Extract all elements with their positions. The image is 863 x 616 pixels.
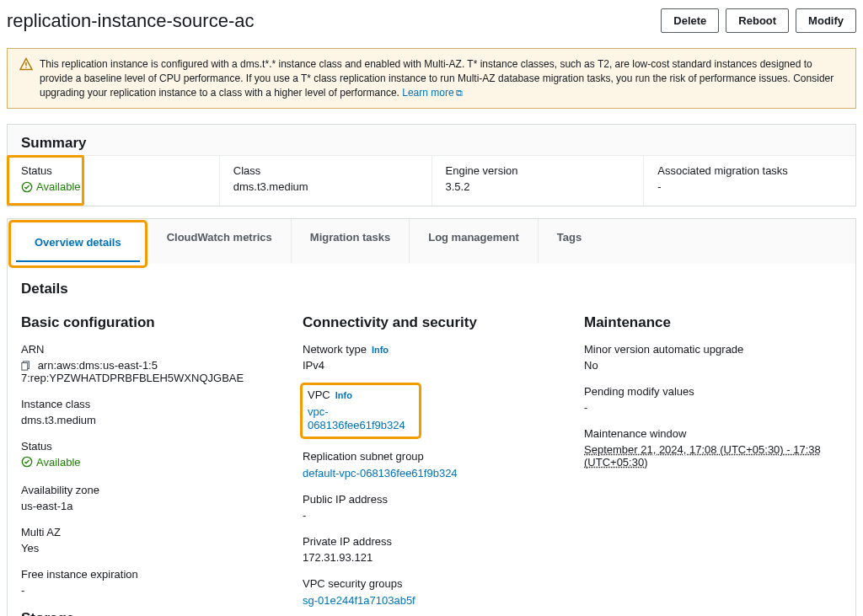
maintenance-col: Maintenance Minor version automatic upgr… <box>584 311 842 616</box>
basic-status-label: Status <box>21 440 279 453</box>
class-value: dms.t3.medium <box>233 180 418 193</box>
learn-more-link[interactable]: Learn more⧉ <box>402 87 462 99</box>
page-title: replication-instance-source-ac <box>7 10 254 32</box>
info-link[interactable]: Info <box>372 345 389 355</box>
class-label: Class <box>233 164 418 177</box>
header-actions: Delete Reboot Modify <box>661 8 856 33</box>
status-label: Status <box>21 164 206 177</box>
tab-tags[interactable]: Tags <box>538 219 600 264</box>
details-panel: Overview details CloudWatch metrics Migr… <box>7 218 856 616</box>
tasks-label: Associated migration tasks <box>657 164 842 177</box>
tab-migration-tasks[interactable]: Migration tasks <box>291 219 409 264</box>
multiaz-label: Multi AZ <box>21 526 279 538</box>
summary-heading: Summary <box>21 135 842 152</box>
warning-icon <box>19 57 35 99</box>
details-heading: Details <box>21 281 842 297</box>
arn-label: ARN <box>21 343 279 356</box>
external-link-icon: ⧉ <box>456 88 463 98</box>
instance-class-label: Instance class <box>21 398 279 410</box>
tasks-value: - <box>657 180 842 193</box>
tab-overview-details[interactable]: Overview details <box>16 224 140 262</box>
reboot-button[interactable]: Reboot <box>726 8 789 33</box>
multiaz-value: Yes <box>21 542 279 554</box>
status-badge: Available <box>21 180 81 193</box>
minor-upgrade-value: No <box>584 359 842 372</box>
basic-status-value: Available <box>21 456 81 469</box>
info-link[interactable]: Info <box>335 390 352 400</box>
maintenance-window-value: September 21, 2024, 17:08 (UTC+05:30) - … <box>584 443 842 469</box>
private-ip-label: Private IP address <box>303 535 560 548</box>
network-type-label: Network typeInfo <box>303 343 560 356</box>
az-label: Availability zone <box>21 484 279 496</box>
vpc-label: VPCInfo <box>308 388 410 401</box>
instance-class-value: dms.t3.medium <box>21 414 279 426</box>
subnet-group-link[interactable]: default-vpc-068136fee61f9b324 <box>303 467 458 479</box>
maintenance-window-label: Maintenance window <box>584 427 842 440</box>
minor-upgrade-label: Minor version automatic upgrade <box>584 343 842 356</box>
security-groups-label: VPC security groups <box>303 577 560 590</box>
network-type-value: IPv4 <box>303 359 560 372</box>
delete-button[interactable]: Delete <box>661 8 719 33</box>
multi-az-warning: This replication instance is configured … <box>7 48 856 109</box>
tabs: Overview details CloudWatch metrics Migr… <box>8 219 855 264</box>
free-expiration-value: - <box>21 584 279 597</box>
vpc-link[interactable]: vpc-068136fee61f9b324 <box>308 405 405 431</box>
free-expiration-label: Free instance expiration <box>21 568 279 581</box>
engine-value: 3.5.2 <box>446 180 630 193</box>
public-ip-value: - <box>303 509 560 522</box>
connectivity-heading: Connectivity and security <box>303 314 560 331</box>
summary-panel: Summary Status Available Class dms.t3.me… <box>7 124 856 206</box>
modify-button[interactable]: Modify <box>796 8 856 33</box>
private-ip-value: 172.31.93.121 <box>303 551 560 564</box>
engine-label: Engine version <box>446 164 630 177</box>
maintenance-heading: Maintenance <box>584 314 842 331</box>
pending-modify-value: - <box>584 401 842 414</box>
tab-log-management[interactable]: Log management <box>409 219 538 264</box>
az-value: us-east-1a <box>21 500 279 512</box>
arn-value: arn:aws:dms:us-east-1:5 7:rep:YPZWHATDPR… <box>21 359 279 384</box>
subnet-group-label: Replication subnet group <box>303 450 560 463</box>
basic-configuration-heading: Basic configuration <box>21 314 279 331</box>
basic-configuration-col: Basic configuration ARN arn:aws:dms:us-e… <box>21 311 279 616</box>
tab-cloudwatch-metrics[interactable]: CloudWatch metrics <box>148 219 291 264</box>
copy-icon[interactable] <box>21 361 31 371</box>
public-ip-label: Public IP address <box>303 493 560 506</box>
security-group-link[interactable]: sg-01e244f1a7103ab5f <box>303 594 415 607</box>
svg-point-1 <box>25 67 27 68</box>
svg-rect-4 <box>22 363 28 371</box>
pending-modify-label: Pending modify values <box>584 385 842 398</box>
storage-heading: Storage <box>21 610 279 616</box>
connectivity-col: Connectivity and security Network typeIn… <box>303 311 560 616</box>
